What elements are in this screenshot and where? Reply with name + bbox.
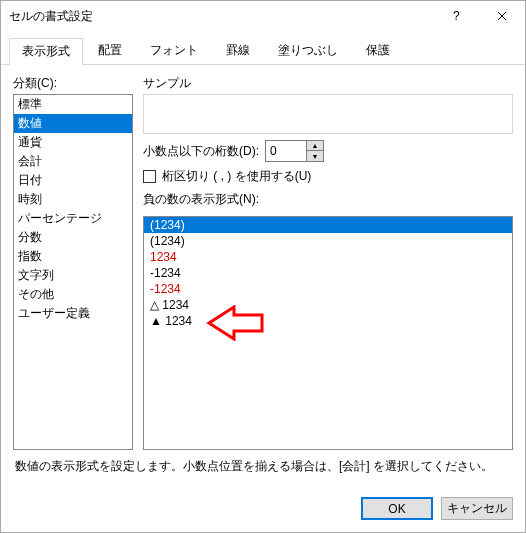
category-item-fraction[interactable]: 分数 — [14, 228, 132, 247]
spinner-down-button[interactable]: ▼ — [307, 151, 323, 161]
ok-button[interactable]: OK — [361, 497, 433, 520]
category-item-accounting[interactable]: 会計 — [14, 152, 132, 171]
thousand-separator-checkbox[interactable]: 桁区切り ( , ) を使用する(U) — [143, 168, 513, 185]
sample-label: サンプル — [143, 75, 513, 92]
description-text: 数値の表示形式を設定します。小数点位置を揃える場合は、[会計] を選択してくださ… — [13, 450, 513, 479]
tab-fill[interactable]: 塗りつぶし — [265, 37, 351, 64]
sample-box — [143, 94, 513, 134]
svg-text:?: ? — [453, 9, 460, 23]
tab-number-format[interactable]: 表示形式 — [9, 38, 83, 65]
tabstrip: 表示形式 配置 フォント 罫線 塗りつぶし 保護 — [1, 31, 525, 65]
dialog-window: セルの書式設定 ? 表示形式 配置 フォント 罫線 塗りつぶし 保護 分類(C)… — [0, 0, 526, 533]
category-item-percentage[interactable]: パーセンテージ — [14, 209, 132, 228]
window-title: セルの書式設定 — [9, 8, 433, 25]
negative-item-3[interactable]: -1234 — [144, 265, 512, 281]
decimal-places-spinner[interactable]: ▲ ▼ — [265, 140, 324, 162]
spinner-up-button[interactable]: ▲ — [307, 141, 323, 151]
tab-font[interactable]: フォント — [137, 37, 211, 64]
negative-item-4[interactable]: -1234 — [144, 281, 512, 297]
negative-item-5[interactable]: △ 1234 — [144, 297, 512, 313]
cancel-button[interactable]: キャンセル — [441, 497, 513, 520]
negative-format-listbox[interactable]: (1234) (1234) 1234 -1234 -1234 △ 1234 ▲ … — [143, 216, 513, 450]
category-item-time[interactable]: 時刻 — [14, 190, 132, 209]
tab-protection[interactable]: 保護 — [353, 37, 403, 64]
checkbox-box[interactable] — [143, 170, 156, 183]
category-item-special[interactable]: その他 — [14, 285, 132, 304]
decimal-places-input[interactable] — [266, 141, 306, 161]
category-label: 分類(C): — [13, 75, 133, 92]
dialog-body: 分類(C): 標準 数値 通貨 会計 日付 時刻 パーセンテージ 分数 指数 文… — [1, 65, 525, 487]
negative-format-label: 負の数の表示形式(N): — [143, 191, 513, 208]
decimal-places-label: 小数点以下の桁数(D): — [143, 143, 259, 160]
tab-border[interactable]: 罫線 — [213, 37, 263, 64]
tab-alignment[interactable]: 配置 — [85, 37, 135, 64]
negative-item-6[interactable]: ▲ 1234 — [144, 313, 512, 329]
negative-item-1[interactable]: (1234) — [144, 233, 512, 249]
negative-item-2[interactable]: 1234 — [144, 249, 512, 265]
help-button[interactable]: ? — [433, 1, 479, 31]
category-item-date[interactable]: 日付 — [14, 171, 132, 190]
category-item-text[interactable]: 文字列 — [14, 266, 132, 285]
category-item-scientific[interactable]: 指数 — [14, 247, 132, 266]
category-listbox[interactable]: 標準 数値 通貨 会計 日付 時刻 パーセンテージ 分数 指数 文字列 その他 … — [13, 94, 133, 450]
negative-item-0[interactable]: (1234) — [144, 217, 512, 233]
category-item-standard[interactable]: 標準 — [14, 95, 132, 114]
dialog-footer: OK キャンセル — [1, 487, 525, 532]
category-item-number[interactable]: 数値 — [14, 114, 132, 133]
category-item-currency[interactable]: 通貨 — [14, 133, 132, 152]
thousand-separator-label: 桁区切り ( , ) を使用する(U) — [162, 168, 311, 185]
titlebar: セルの書式設定 ? — [1, 1, 525, 31]
category-item-custom[interactable]: ユーザー定義 — [14, 304, 132, 323]
close-button[interactable] — [479, 1, 525, 31]
